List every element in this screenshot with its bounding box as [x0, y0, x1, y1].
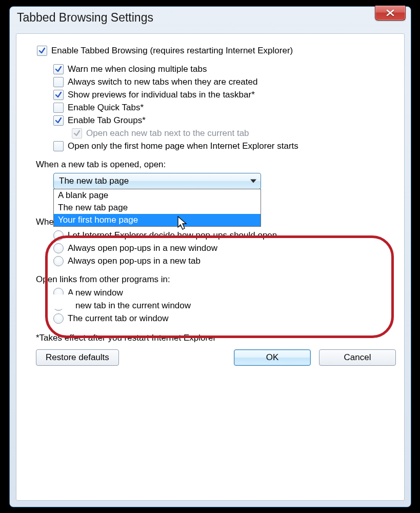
label-tab-groups: Enable Tab Groups*	[68, 115, 146, 126]
label-first-home: Open only the first home page when Inter…	[68, 141, 298, 151]
label-show-previews: Show previews for individual tabs in the…	[68, 90, 255, 100]
label-enable-tabbed: Enable Tabbed Browsing (requires restart…	[51, 46, 293, 56]
label-warn-close: Warn me when closing multiple tabs	[68, 64, 207, 74]
restore-defaults-button[interactable]: Restore defaults	[36, 349, 119, 366]
footnote-restart: *Takes effect after you restart Internet…	[36, 333, 396, 343]
checkbox-quick-tabs[interactable]	[53, 103, 64, 113]
decorative-overlap	[53, 294, 76, 309]
radio-links-current[interactable]	[53, 313, 64, 324]
label-next-to-current: Open each new tab next to the current ta…	[86, 128, 249, 139]
titlebar: Tabbed Browsing Settings	[10, 7, 411, 28]
group-label-newtab: When a new tab is opened, open:	[36, 160, 396, 170]
label-links-newtab: A new tab in the current window	[68, 301, 191, 311]
close-button[interactable]	[375, 6, 406, 21]
label-popups-decide: Let Internet Explorer decide how pop-ups…	[68, 230, 277, 241]
chevron-down-icon	[250, 180, 256, 183]
combobox-option-newtab[interactable]: The new tab page	[54, 202, 261, 214]
label-quick-tabs: Enable Quick Tabs*	[68, 103, 144, 113]
label-links-current: The current tab or window	[68, 313, 169, 324]
radio-popups-decide[interactable]	[53, 230, 64, 241]
label-links-window: A new window	[68, 288, 123, 298]
radio-popups-tab[interactable]	[53, 256, 64, 266]
cursor-icon	[177, 216, 189, 231]
label-popups-window: Always open pop-ups in a new window	[68, 243, 217, 253]
combobox-newtab[interactable]: The new tab page	[53, 173, 261, 189]
ok-button[interactable]: OK	[234, 349, 311, 366]
client-area: Enable Tabbed Browsing (requires restart…	[16, 33, 405, 501]
dialog-window: Tabbed Browsing Settings Enable Tabbed B…	[9, 6, 411, 507]
combobox-option-blank[interactable]: A blank page	[54, 189, 261, 202]
checkbox-tab-groups[interactable]	[53, 115, 64, 126]
checkbox-next-to-current	[72, 128, 82, 139]
checkbox-enable-tabbed[interactable]	[37, 46, 47, 56]
checkbox-warn-close[interactable]	[53, 64, 64, 74]
radio-popups-window[interactable]	[53, 243, 64, 253]
group-label-links: Open links from other programs in:	[36, 274, 396, 285]
cancel-button[interactable]: Cancel	[319, 349, 396, 366]
combobox-newtab-list[interactable]: A blank page The new tab page Your first…	[53, 189, 261, 227]
label-popups-tab: Always open pop-ups in a new tab	[68, 256, 201, 266]
checkbox-show-previews[interactable]	[53, 90, 64, 100]
combobox-newtab-value: The new tab page	[59, 176, 129, 186]
close-icon	[386, 9, 394, 16]
dialog-title: Tabbed Browsing Settings	[17, 11, 153, 25]
checkbox-first-home[interactable]	[53, 141, 64, 151]
combobox-option-firsthome[interactable]: Your first home page	[54, 214, 261, 226]
label-switch-new: Always switch to new tabs when they are …	[68, 77, 257, 87]
checkbox-switch-new[interactable]	[53, 77, 64, 87]
